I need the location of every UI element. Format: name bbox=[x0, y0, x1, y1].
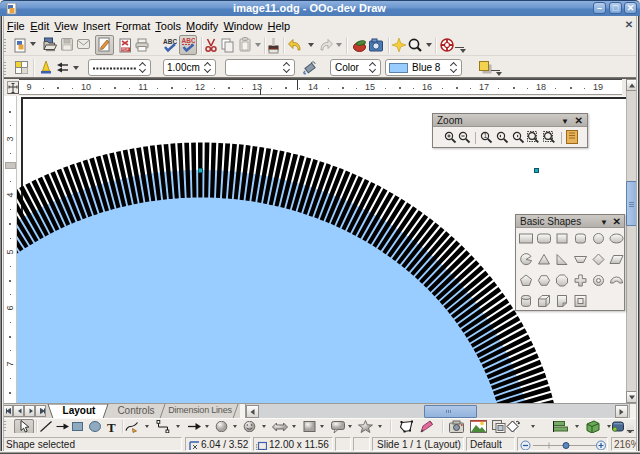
svg-text:ABC: ABC bbox=[182, 37, 196, 44]
svg-text:T: T bbox=[107, 420, 116, 433]
svg-text:PDF: PDF bbox=[121, 48, 129, 52]
svg-text:1: 1 bbox=[483, 132, 487, 139]
